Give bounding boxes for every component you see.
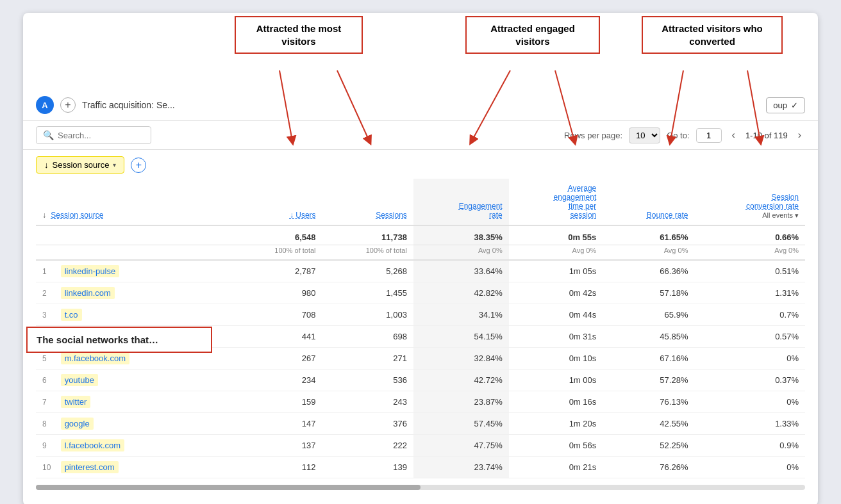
source-link[interactable]: youtube [61,374,98,386]
filter-label: Session source [53,160,110,170]
search-box: 🔍 [36,126,151,144]
col-label-users: ↓ Users [290,211,316,220]
cell-users: 980 [231,282,322,304]
sub-engagement: Avg 0% [413,245,509,261]
source-link[interactable]: t.co [61,309,82,321]
subtotals-row: 100% of total 100% of total Avg 0% Avg 0… [36,245,805,261]
cell-engagement: 42.72% [413,370,509,391]
rows-per-page-label: Rows per page: [564,131,622,140]
row-number: 1 [42,267,58,276]
col-header-users[interactable]: ↓ Users [231,179,322,225]
goto-input[interactable] [696,128,722,143]
cell-users: 267 [231,348,322,370]
row-number: 3 [42,311,58,320]
table-row: 3 t.co 708 1,003 34.1% 0m 44s 65.9% 0.7% [36,304,805,326]
cell-avg-engagement: 0m 21s [509,457,603,478]
source-link[interactable]: twitter [61,396,91,408]
col-label-bounce: Bounce rate [647,211,688,220]
cell-avg-engagement: 1m 20s [509,413,603,435]
next-page-button[interactable]: › [794,128,805,142]
cell-source: 9 l.facebook.com [36,435,231,457]
source-link[interactable]: google [61,418,94,430]
source-link[interactable]: linkedin.com [61,287,115,299]
cell-bounce: 76.13% [603,391,694,413]
source-link[interactable]: l.facebook.com [61,439,124,451]
cell-engagement: 23.87% [413,391,509,413]
row-number: 10 [42,463,58,472]
row-number: 7 [42,398,58,407]
source-link[interactable]: pinterest.com [61,461,119,473]
total-sessions: 11,738 [322,225,413,245]
cell-users: 708 [231,304,322,326]
cell-sessions: 536 [322,370,413,391]
cell-users: 159 [231,391,322,413]
cell-bounce: 57.28% [603,370,694,391]
cell-avg-engagement: 0m 31s [509,326,603,348]
add-filter-button[interactable]: + [131,158,146,173]
cell-bounce: 67.16% [603,348,694,370]
session-source-filter[interactable]: ↓ Session source ▾ [36,156,124,174]
cell-users: 2,787 [231,260,322,282]
cell-conversion: 0.51% [694,260,805,282]
cell-conversion: 0.57% [694,326,805,348]
cell-avg-engagement: 1m 05s [509,260,603,282]
cell-source: 10 pinterest.com [36,457,231,478]
cell-source: 3 t.co [36,304,231,326]
source-link[interactable]: m.facebook.com [61,352,129,364]
group-label: oup [773,101,787,110]
annotation-engaged: Attracted engaged visitors [465,16,600,54]
check-icon: ✓ [791,101,798,110]
col-header-sessions[interactable]: Sessions [322,179,413,225]
prev-page-button[interactable]: ‹ [728,128,739,142]
cell-conversion: 0.37% [694,370,805,391]
sub-bounce: Avg 0% [603,245,694,261]
total-engagement: 38.35% [413,225,509,245]
cell-sessions: 1,455 [322,282,413,304]
col-header-engagement[interactable]: Engagementrate [413,179,509,225]
cell-conversion: 0.9% [694,435,805,457]
cell-bounce: 76.26% [603,457,694,478]
group-button[interactable]: oup ✓ [766,97,805,113]
cell-conversion: 0% [694,457,805,478]
cell-source: 8 google [36,413,231,435]
row-number: 2 [42,289,58,298]
source-link[interactable]: linkedin-pulse [61,265,120,277]
pagination-info: 1-10 of 119 [745,131,788,140]
col-label-engagement: Engagementrate [459,202,503,220]
cell-avg-engagement: 1m 00s [509,370,603,391]
cell-engagement: 42.82% [413,282,509,304]
table-row: 1 linkedin-pulse 2,787 5,268 33.64% 1m 0… [36,260,805,282]
goto-label: Go to: [667,131,689,140]
annotation-most-visitors: Attracted the most visitors [235,16,363,54]
col-conversion-sub: All events ▾ [762,211,799,219]
scrollbar-thumb[interactable] [36,485,420,490]
toolbar: 🔍 Rows per page: 10 25 50 Go to: ‹ 1-10 … [23,121,818,150]
rows-per-page-select[interactable]: 10 25 50 [629,127,660,143]
cell-users: 441 [231,326,322,348]
cell-sessions: 243 [322,391,413,413]
header-bar: A + Traffic acquisition: Se... oup ✓ [23,90,818,121]
col-label-avg-engagement: Averageengagementtime persession [554,184,597,220]
col-header-avg-engagement[interactable]: Averageengagementtime persession [509,179,603,225]
table-row: 9 l.facebook.com 137 222 47.75% 0m 56s 5… [36,435,805,457]
cell-conversion: 0.7% [694,304,805,326]
chevron-down-icon: ▾ [113,161,116,168]
cell-avg-engagement: 0m 42s [509,282,603,304]
col-header-conversion[interactable]: Sessionconversion rate All events ▾ [694,179,805,225]
cell-bounce: 52.25% [603,435,694,457]
total-conversion: 0.66% [694,225,805,245]
col-header-bounce[interactable]: Bounce rate [603,179,694,225]
cell-bounce: 66.36% [603,260,694,282]
sort-indicator: ↓ [44,160,49,170]
add-tab-button[interactable]: + [60,97,76,113]
page-title: Traffic acquisition: Se... [82,100,760,110]
col-header-source[interactable]: ↓ Session source [36,179,231,225]
row-number: 5 [42,354,58,363]
total-avg-engagement: 0m 55s [509,225,603,245]
table-row: 10 pinterest.com 112 139 23.74% 0m 21s 7… [36,457,805,478]
search-input[interactable] [58,131,135,140]
cell-users: 234 [231,370,322,391]
horizontal-scrollbar[interactable] [36,485,805,490]
cell-conversion: 1.33% [694,413,805,435]
cell-engagement: 23.74% [413,457,509,478]
